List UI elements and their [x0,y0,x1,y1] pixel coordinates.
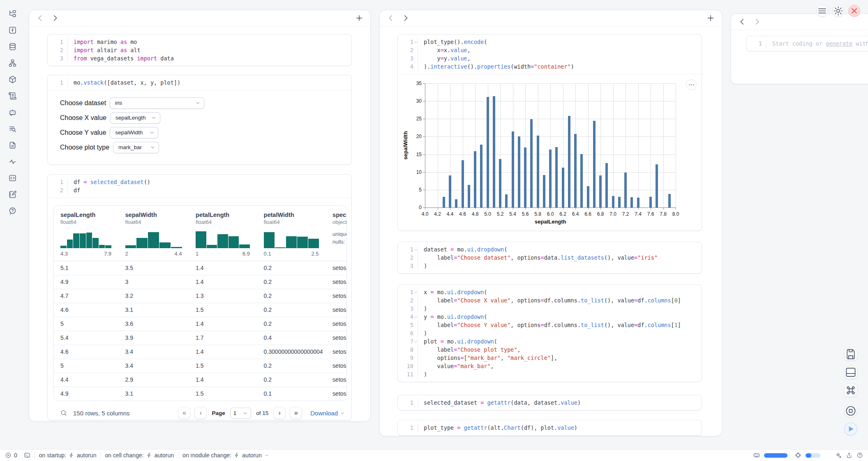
table-row[interactable]: 4.63.11.50.2setosa [54,303,346,317]
column-name[interactable]: sepalWidth [125,212,189,218]
x-tick-label: 7.8 [656,211,670,217]
plot-type-select[interactable]: mark_bar [113,142,159,153]
logs-icon[interactable] [5,90,19,101]
cpu-indicator[interactable] [795,452,801,459]
table-row[interactable]: 4.63.41.40.30000000000000004setosa [54,345,346,359]
table-cell: 5 [54,359,119,373]
table-row[interactable]: 5.13.51.40.2setosa [54,261,346,275]
code-cell-plot-type[interactable]: 1plot_type = getattr(alt.Chart(df), plot… [397,420,702,436]
activity-icon[interactable] [5,156,19,167]
scroll-right-button[interactable] [51,14,60,23]
help-button[interactable] [856,452,863,459]
y-value-select[interactable]: sepalWidth [110,127,158,138]
x-value-select[interactable]: sepalLength [110,112,160,124]
keyboard-shortcuts-button[interactable] [753,452,760,459]
table-row[interactable]: 4.93.11.50.1setosa [54,387,346,401]
page-select[interactable]: 1 [230,408,252,419]
line-number: 3 [401,54,418,62]
table-row[interactable]: 4.42.91.40.2setosa [54,373,346,387]
run-all-button[interactable] [844,422,857,436]
close-panel-button[interactable] [848,5,860,17]
dependency-graph-icon[interactable] [5,58,19,68]
fold-toggle[interactable] [414,40,418,44]
table-row[interactable]: 53.61.40.2setosa [54,317,346,331]
cpu-meter[interactable] [806,453,820,458]
package-icon[interactable] [5,74,19,85]
database-icon[interactable] [5,41,19,52]
altair-chart[interactable]: 4.04.24.44.64.85.05.25.45.65.86.06.26.46… [398,74,702,230]
chevron-down-icon [149,130,155,135]
table-row[interactable]: 5.43.91.70.4setosa [54,331,346,345]
column-name[interactable]: petalLength [196,212,257,218]
table-cell: 0.2 [257,275,326,289]
table-cell: 0.2 [257,303,326,317]
chart-menu-button[interactable] [686,79,697,90]
functions-icon[interactable] [5,25,19,35]
share-button[interactable] [846,452,852,459]
save-button[interactable] [844,348,857,361]
search-icon[interactable] [60,409,67,417]
on-cell-change-setting[interactable]: on cell change: autorun [105,452,174,459]
next-page-button[interactable]: › [273,407,286,419]
scratchpad-icon[interactable] [5,189,19,200]
table-row[interactable]: 4.931.40.2setosa [54,275,346,289]
scroll-right-button[interactable] [401,14,410,23]
help-icon[interactable] [5,205,19,216]
ai-button[interactable] [835,452,842,459]
column-histogram [264,229,319,248]
chevron-down-icon [340,410,345,416]
code-cell-dataset[interactable]: 1dataset = mo.ui.dropdown(2 label="Choos… [397,242,702,274]
code-cell-selected-dataset[interactable]: 1selected_dataset = getattr(data, datase… [397,395,702,410]
last-page-button[interactable]: » [290,407,302,419]
settings-button[interactable] [832,5,844,17]
code-cell-vstack[interactable]: 1mo.vstack([dataset, x, y, plot]) Choose… [47,75,352,165]
add-column-button[interactable] [355,14,364,23]
command-palette-button[interactable] [844,384,857,397]
x-tick-label: 6.4 [568,211,582,217]
dataset-select[interactable]: iris [110,97,204,109]
column-min: 0.1 [264,251,271,257]
code-cell-chart[interactable]: 1plot_type().encode(2 x=x.value,3 y=y.va… [397,34,702,231]
chart-bar [537,136,539,207]
prev-page-button[interactable]: ‹ [194,407,207,419]
app-view-button[interactable] [844,366,857,379]
fold-toggle[interactable] [414,315,418,319]
fold-toggle[interactable] [414,340,418,343]
column-stats: unique:nulls: [332,230,346,246]
scratch-cell[interactable]: 1Start coding or generate with [746,36,868,51]
stop-button[interactable] [844,404,857,417]
documentation-icon[interactable] [5,140,19,150]
column-name[interactable]: sepalLength [60,212,119,218]
scroll-left-button[interactable] [738,17,747,26]
column-name[interactable]: species [332,212,346,218]
column-name[interactable]: petalWidth [264,212,326,218]
table-row[interactable]: 4.73.21.30.2setosa [54,289,346,303]
list-search-icon[interactable] [5,123,19,134]
code-cell-xyplot[interactable]: 1x = mo.ui.dropdown(2 label="Choose X va… [397,284,702,382]
scroll-left-button[interactable] [386,14,395,23]
fold-toggle[interactable] [414,248,418,251]
on-startup-setting[interactable]: on startup: autorun [39,452,97,459]
on-module-change-setting[interactable]: on module change: autorun [182,452,269,459]
error-indicator[interactable]: 0 [5,452,17,459]
chart-bar [462,160,464,207]
scroll-right-button[interactable] [753,17,762,26]
scroll-left-button[interactable] [36,14,45,23]
add-column-button[interactable] [706,14,715,23]
code-cell-imports[interactable]: 1import marimo as mo2import altair as al… [47,34,352,66]
file-tree-icon[interactable] [5,8,19,19]
chevron-down-icon [242,410,248,416]
memory-meter[interactable] [764,453,787,458]
code-cell-df[interactable]: 1df = selected_dataset()2df sepalLengthf… [47,174,352,420]
chat-bot-icon[interactable] [5,107,19,118]
terminal-button[interactable] [24,452,30,459]
table-row[interactable]: 53.41.50.2setosa [54,359,346,373]
download-button[interactable]: Download [310,410,345,417]
fold-toggle[interactable] [414,290,418,294]
save-icon [845,348,857,360]
snippets-icon[interactable] [5,173,19,183]
menu-button[interactable] [816,5,828,17]
first-page-button[interactable]: « [178,407,190,419]
table-cell: 0.2 [257,373,326,387]
line-number: 4 [401,313,418,321]
